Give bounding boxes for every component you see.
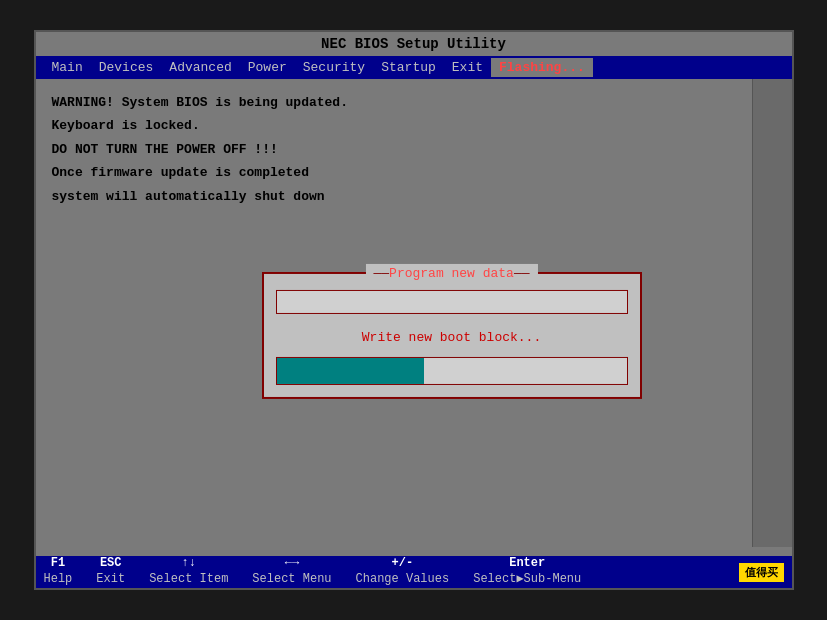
status-arrows-lr: ←→ Select Menu: [252, 556, 331, 587]
arrows-ud-label: Select Item: [149, 572, 228, 588]
menu-flashing[interactable]: Flashing...: [491, 58, 593, 77]
enter-label: Select▶Sub-Menu: [473, 572, 581, 588]
operation-label: Write new boot block...: [276, 322, 628, 357]
menu-startup[interactable]: Startup: [373, 58, 444, 77]
progress-bar-container: [276, 357, 628, 385]
warning-line3: DO NOT TURN THE POWER OFF !!!: [52, 138, 736, 161]
enter-key: Enter: [509, 556, 545, 572]
dialog-inner: Write new boot block...: [264, 274, 640, 397]
f1-key: F1: [51, 556, 65, 572]
esc-key: ESC: [100, 556, 122, 572]
warning-line1: WARNING! System BIOS is being updated.: [52, 91, 736, 114]
menu-power[interactable]: Power: [240, 58, 295, 77]
top-progress-bar: [276, 290, 628, 314]
status-f1: F1 Help: [44, 556, 73, 587]
status-bar: F1 Help ESC Exit ↑↓ Select Item ←→ Selec…: [36, 556, 792, 588]
warning-line5: system will automatically shut down: [52, 185, 736, 208]
warning-line4: Once firmware update is completed: [52, 161, 736, 184]
arrows-lr-key: ←→: [285, 556, 299, 572]
plusminus-label: Change Values: [356, 572, 450, 588]
menu-exit[interactable]: Exit: [444, 58, 491, 77]
progress-bar-fill: [277, 358, 424, 384]
content-area: WARNING! System BIOS is being updated. K…: [36, 79, 792, 547]
right-badge: 值得买: [739, 563, 784, 582]
bios-title: NEC BIOS Setup Utility: [36, 32, 792, 56]
title-text: NEC BIOS Setup Utility: [321, 36, 506, 52]
status-esc: ESC Exit: [96, 556, 125, 587]
main-panel: WARNING! System BIOS is being updated. K…: [36, 79, 752, 547]
bios-screen: NEC BIOS Setup Utility Main Devices Adva…: [34, 30, 794, 590]
status-plusminus: +/- Change Values: [356, 556, 450, 587]
arrows-lr-label: Select Menu: [252, 572, 331, 588]
f1-label: Help: [44, 572, 73, 588]
menu-main[interactable]: Main: [44, 58, 91, 77]
status-enter: Enter Select▶Sub-Menu: [473, 556, 581, 587]
warning-block: WARNING! System BIOS is being updated. K…: [52, 91, 736, 208]
esc-label: Exit: [96, 572, 125, 588]
dialog-title: Program new data: [365, 264, 537, 285]
status-arrows-ud: ↑↓ Select Item: [149, 556, 228, 587]
plusminus-key: +/-: [392, 556, 414, 572]
program-dialog: Program new data Write new boot block...: [262, 272, 642, 399]
warning-line2: Keyboard is locked.: [52, 114, 736, 137]
arrows-ud-key: ↑↓: [182, 556, 196, 572]
menu-advanced[interactable]: Advanced: [161, 58, 239, 77]
right-panel: [752, 79, 792, 547]
menu-security[interactable]: Security: [295, 58, 373, 77]
menu-bar[interactable]: Main Devices Advanced Power Security Sta…: [36, 56, 792, 79]
menu-devices[interactable]: Devices: [91, 58, 162, 77]
dialog-box: Program new data Write new boot block...: [262, 272, 642, 399]
